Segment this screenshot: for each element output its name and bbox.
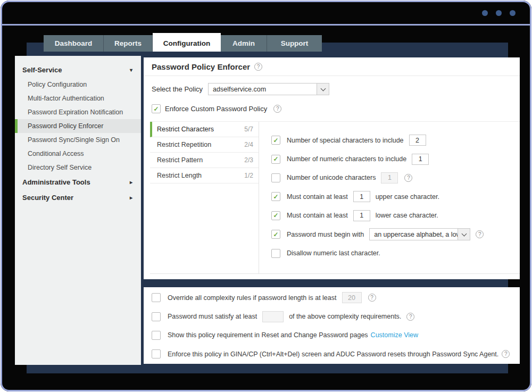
disallow-numeric-last-checkbox[interactable] xyxy=(271,249,280,258)
enforce-gina-checkbox[interactable] xyxy=(152,349,161,358)
check-icon: ✓ xyxy=(273,137,278,144)
chevron-down-icon: ▾ xyxy=(130,67,132,73)
tab-reports[interactable]: Reports xyxy=(104,35,153,52)
rules-nav-label: Restrict Pattern xyxy=(157,156,203,164)
tab-dashboard[interactable]: Dashboard xyxy=(44,35,104,52)
footer-panel: Override all complexity rules if passwor… xyxy=(144,287,520,364)
rules-nav-restrict-pattern[interactable]: Restrict Pattern 2/3 xyxy=(150,153,259,168)
help-icon[interactable]: ? xyxy=(476,230,484,238)
tab-configuration[interactable]: Configuration xyxy=(153,33,221,52)
option-upper-case: ✓ Must contain at least upper case chara… xyxy=(271,187,520,206)
override-length-input xyxy=(342,292,362,303)
lower-case-checkbox[interactable]: ✓ xyxy=(271,211,280,220)
help-icon[interactable]: ? xyxy=(502,350,510,358)
footer-row-label: Password must satisfy at least xyxy=(168,313,257,320)
policy-select[interactable]: adselfservice.com xyxy=(208,83,329,95)
enforce-gina-row: Enforce this policy in GINA/CP (Ctrl+Alt… xyxy=(152,345,520,363)
satisfy-at-least-checkbox[interactable] xyxy=(152,312,161,321)
option-suffix: upper case character. xyxy=(376,193,439,201)
page-title: Password Policy Enforcer xyxy=(152,62,250,71)
option-label: Must contain at least xyxy=(287,212,348,219)
window-menu-dots[interactable] xyxy=(482,10,516,16)
password-begin-with-select[interactable]: an uppercase alphabet, a lowe xyxy=(369,228,470,240)
upper-case-checkbox[interactable]: ✓ xyxy=(271,192,280,201)
show-policy-requirement-checkbox[interactable] xyxy=(152,331,161,340)
rules-nav-label: Restrict Repetition xyxy=(157,141,211,148)
special-characters-checkbox[interactable]: ✓ xyxy=(271,136,280,145)
restrict-characters-options: ✓ Number of special characters to includ… xyxy=(259,122,520,273)
help-icon[interactable]: ? xyxy=(273,105,281,113)
sidebar-item-multi-factor-authentication[interactable]: Multi-factor Authentication xyxy=(15,91,141,105)
rules-nav-restrict-characters[interactable]: Restrict Characters 5/7 xyxy=(150,122,259,137)
upper-case-count-input[interactable] xyxy=(353,191,370,202)
check-icon: ✓ xyxy=(273,156,278,162)
option-lower-case: ✓ Must contain at least lower case chara… xyxy=(271,206,520,225)
policy-label: Select the Policy xyxy=(152,85,203,93)
tab-support[interactable]: Support xyxy=(267,35,322,52)
rules-nav-restrict-length[interactable]: Restrict Length 1/2 xyxy=(150,168,259,184)
enforce-custom-policy-checkbox[interactable]: ✓ xyxy=(152,104,161,113)
sidebar-item-password-policy-enforcer[interactable]: Password Policy Enforcer xyxy=(15,119,141,133)
check-icon: ✓ xyxy=(153,106,159,112)
main-header: Password Policy Enforcer ? xyxy=(144,57,520,76)
check-icon: ✓ xyxy=(273,231,278,238)
tab-admin[interactable]: Admin xyxy=(221,35,267,52)
sidebar-item-directory-self-service[interactable]: Directory Self Service xyxy=(15,161,141,174)
rules-region: Restrict Characters 5/7 Restrict Repetit… xyxy=(150,121,520,274)
select-arrow-button[interactable] xyxy=(458,229,470,240)
policy-row: Select the Policy adselfservice.com xyxy=(152,83,520,95)
help-icon[interactable]: ? xyxy=(254,63,262,71)
customize-view-link[interactable]: Customize View xyxy=(371,331,418,339)
chevron-down-icon xyxy=(461,231,467,236)
option-label: Disallow numeric last character. xyxy=(287,249,380,257)
sidebar-item-conditional-access[interactable]: Conditional Access xyxy=(15,147,141,161)
rules-count-badge: 1/2 xyxy=(244,172,253,179)
password-begin-with-checkbox[interactable]: ✓ xyxy=(271,230,280,239)
window-dot-icon xyxy=(510,10,516,16)
option-label: Number of numeric characters to include xyxy=(287,155,406,163)
sidebar-section-administrative-tools[interactable]: Administrative Tools ▸ xyxy=(15,174,141,190)
option-numeric-characters: ✓ Number of numeric characters to includ… xyxy=(271,149,520,168)
special-characters-input[interactable] xyxy=(409,135,426,146)
rules-nav-label: Restrict Characters xyxy=(157,126,214,133)
select-arrow-button[interactable] xyxy=(317,84,329,95)
help-icon[interactable]: ? xyxy=(368,294,376,302)
sidebar-section-self-service[interactable]: Self-Service ▾ xyxy=(15,62,141,78)
rules-nav-restrict-repetition[interactable]: Restrict Repetition 2/4 xyxy=(150,137,259,153)
option-special-characters: ✓ Number of special characters to includ… xyxy=(271,131,520,149)
option-password-begin-with: ✓ Password must begin with an uppercase … xyxy=(271,225,520,244)
rules-count-badge: 2/3 xyxy=(244,156,253,164)
enforce-custom-policy-row: ✓ Enforce Custom Password Policy ? xyxy=(152,104,520,113)
password-begin-with-value: an uppercase alphabet, a lowe xyxy=(370,231,458,238)
numeric-characters-checkbox[interactable]: ✓ xyxy=(271,155,280,164)
rules-count-badge: 2/4 xyxy=(244,141,253,148)
sidebar-item-password-sync-single-sign-on[interactable]: Password Sync/Single Sign On xyxy=(15,133,141,147)
sidebar-item-policy-configuration[interactable]: Policy Configuration xyxy=(15,78,141,91)
help-icon[interactable]: ? xyxy=(406,313,414,321)
sidebar-item-password-expiration-notification[interactable]: Password Expiration Notification xyxy=(15,105,141,119)
option-disallow-numeric-last: Disallow numeric last character. xyxy=(271,244,520,262)
window-dot-icon xyxy=(496,10,502,16)
help-icon[interactable]: ? xyxy=(404,174,412,182)
top-nav-tabs: Dashboard Reports Configuration Admin Su… xyxy=(44,35,322,52)
unicode-characters-input xyxy=(381,172,398,184)
satisfy-count-input xyxy=(262,311,284,322)
footer-row-label: Override all complexity rules if passwor… xyxy=(168,294,337,302)
footer-row-label: Enforce this policy in GINA/CP (Ctrl+Alt… xyxy=(168,351,498,358)
option-label: Password must begin with xyxy=(287,231,364,238)
main-panel: Password Policy Enforcer ? Select the Po… xyxy=(144,57,520,279)
chevron-down-icon xyxy=(320,86,326,91)
policy-select-value: adselfservice.com xyxy=(209,86,317,93)
numeric-characters-input[interactable] xyxy=(412,154,429,165)
window-dot-icon xyxy=(482,10,488,16)
option-unicode-characters: Number of unicode characters ? xyxy=(271,169,520,187)
rules-count-badge: 5/7 xyxy=(244,126,253,133)
sidebar-section-security-center[interactable]: Security Center ▸ xyxy=(15,190,141,205)
rules-nav: Restrict Characters 5/7 Restrict Repetit… xyxy=(150,122,259,273)
sidebar-section-label: Self-Service xyxy=(22,66,62,74)
override-complexity-checkbox[interactable] xyxy=(152,293,161,302)
footer-row-label: Show this policy requirement in Reset an… xyxy=(168,331,368,339)
window-titlebar xyxy=(2,1,530,26)
unicode-characters-checkbox[interactable] xyxy=(271,173,280,182)
lower-case-count-input[interactable] xyxy=(353,210,370,221)
